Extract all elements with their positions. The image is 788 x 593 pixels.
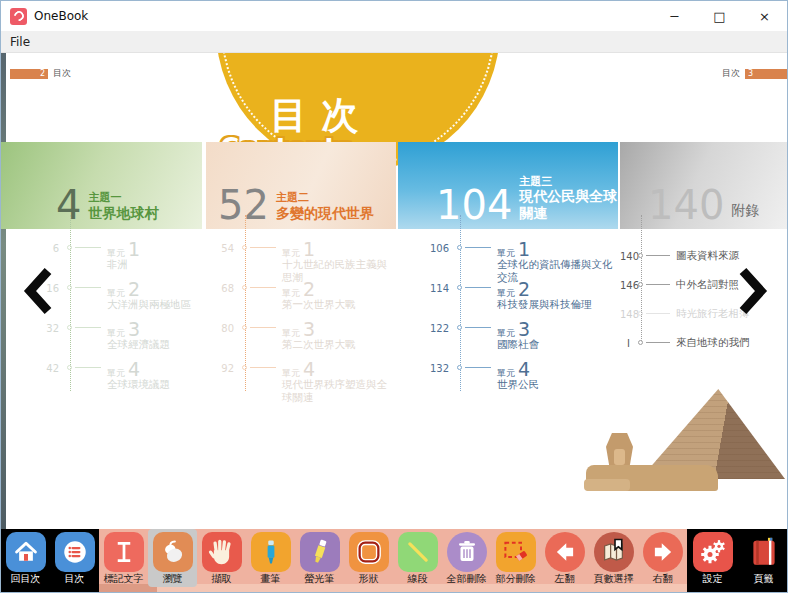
left-page-number-badge: 2 xyxy=(10,69,48,79)
chevron-left-icon xyxy=(23,300,53,319)
toolbar-zone-right: 設定頁籤 xyxy=(687,529,788,592)
item-node-circle xyxy=(242,365,247,370)
item-title: 來自地球的我們 xyxy=(676,336,788,349)
item-unit-label: 單元1 xyxy=(497,241,618,258)
toc-item[interactable]: 32單元3全球經濟議題 xyxy=(1,321,202,361)
toolbar-button-capture[interactable]: 擷取 xyxy=(197,529,246,584)
trash-icon xyxy=(447,532,487,572)
toolbar-button-page-tabs[interactable]: 頁籤 xyxy=(738,529,788,584)
window-controls: ─ □ × xyxy=(652,1,787,31)
item-title: 大洋洲與兩極地區 xyxy=(107,298,202,311)
item-page-number: 148 xyxy=(620,307,634,320)
item-node-circle xyxy=(67,365,72,370)
section-page-number: 104 xyxy=(436,189,512,222)
item-node-dash xyxy=(646,313,670,314)
toolbar-button-shape[interactable]: 形狀 xyxy=(344,529,393,584)
section-title: 附錄 xyxy=(731,202,759,219)
toolbar-label: 左翻 xyxy=(555,573,575,584)
section-title: 現代公民與全球關連 xyxy=(519,188,618,222)
item-node-circle xyxy=(638,253,643,258)
item-title: 非洲 xyxy=(107,258,202,271)
section-header: 4主題一世界地球村 xyxy=(1,142,202,229)
pyramid-sphinx-image xyxy=(584,386,788,491)
item-node-dash xyxy=(250,287,276,288)
toc-section-4: 140附錄140圖表資料來源146中外名詞對照148時光旅行老相簿I來自地球的我… xyxy=(620,142,788,357)
toc-item[interactable]: 106單元1全球化的資訊傳播與文化交流 xyxy=(398,241,618,281)
item-title: 現代世界秩序塑造與全球關連 xyxy=(282,378,396,404)
item-page-number: 122 xyxy=(398,321,453,334)
home-icon xyxy=(6,532,46,572)
toolbar-button-flip-right[interactable]: 右翻 xyxy=(638,529,687,584)
item-unit-label: 單元2 xyxy=(497,281,618,298)
item-unit-label: 單元3 xyxy=(107,321,202,338)
item-page-number: 6 xyxy=(1,241,63,254)
item-unit-label: 單元3 xyxy=(497,321,618,338)
toc-item[interactable]: 42單元4全球環境議題 xyxy=(1,361,202,401)
toolbar-button-delete-partial[interactable]: 部分刪除 xyxy=(491,529,540,584)
item-node-dash xyxy=(75,327,101,328)
item-node-dash xyxy=(75,367,101,368)
toc-item[interactable]: 92單元4現代世界秩序塑造與全球關連 xyxy=(206,361,396,401)
toolbar-label: 形狀 xyxy=(359,573,379,584)
section-header: 52主題二多變的現代世界 xyxy=(206,142,396,229)
item-page-number: 106 xyxy=(398,241,453,254)
toolbar-label: 標記文字 xyxy=(104,573,144,584)
minimize-button[interactable]: ─ xyxy=(652,1,697,31)
toc-item[interactable]: 68單元2第一次世界大戰 xyxy=(206,281,396,321)
item-title: 第一次世界大戰 xyxy=(282,298,396,311)
close-button[interactable]: × xyxy=(742,1,787,31)
toc-item[interactable]: 122單元3國際社會 xyxy=(398,321,618,361)
item-node-circle xyxy=(457,325,462,330)
item-node-dash xyxy=(75,287,101,288)
item-node-dash xyxy=(646,255,670,256)
item-node-circle xyxy=(457,285,462,290)
toolbar-button-settings[interactable]: 設定 xyxy=(687,529,738,584)
previous-page-button[interactable] xyxy=(23,267,53,315)
toolbar-label: 全部刪除 xyxy=(447,573,487,584)
toolbar-button-highlighter[interactable]: 螢光筆 xyxy=(295,529,344,584)
toolbar-button-browse[interactable]: 瀏覽 xyxy=(148,529,197,587)
item-unit-label: 單元2 xyxy=(107,281,202,298)
item-title: 全球環境議題 xyxy=(107,378,202,391)
item-page-number: 146 xyxy=(620,278,634,291)
toolbar-button-delete-all[interactable]: 全部刪除 xyxy=(442,529,491,584)
toolbar-button-back-to-toc[interactable]: 回目次 xyxy=(1,529,50,584)
map-icon xyxy=(594,532,634,572)
toc-item[interactable]: 54單元1十九世紀的民族主義與思潮 xyxy=(206,241,396,281)
toolbar-button-flip-left[interactable]: 左翻 xyxy=(540,529,589,584)
toolbar-button-pen[interactable]: 畫筆 xyxy=(246,529,295,584)
toc-item[interactable]: 80單元3第二次世界大戰 xyxy=(206,321,396,361)
toolbar-button-mark-text[interactable]: 標記文字 xyxy=(99,529,148,584)
toc-item[interactable]: I來自地球的我們 xyxy=(620,328,788,357)
toc-item[interactable]: 114單元2科技發展與科技倫理 xyxy=(398,281,618,321)
maximize-button[interactable]: □ xyxy=(697,1,742,31)
item-title: 科技發展與科技倫理 xyxy=(497,298,615,311)
toolbar-zone-left: 回目次目次 xyxy=(1,529,99,592)
item-unit-label: 單元3 xyxy=(282,321,396,338)
highlighter-icon xyxy=(300,532,340,572)
section-page-number: 52 xyxy=(218,189,269,222)
item-node-circle xyxy=(242,325,247,330)
next-page-button[interactable] xyxy=(738,267,768,315)
menu-file[interactable]: File xyxy=(1,35,39,49)
item-node-circle xyxy=(638,311,643,316)
toolbar-button-page-select[interactable]: 頁數選擇 xyxy=(589,529,638,584)
gear-icon xyxy=(693,532,733,572)
toc-item[interactable]: 140圖表資料來源 xyxy=(620,241,788,270)
toolbar-button-toc[interactable]: 目次 xyxy=(50,529,99,584)
shape-icon xyxy=(349,532,389,572)
section-header: 140附錄 xyxy=(620,142,788,229)
item-title: 中外名詞對照 xyxy=(676,278,788,291)
toolbar-label: 設定 xyxy=(703,573,723,584)
list-icon xyxy=(55,532,95,572)
item-node-circle xyxy=(67,245,72,250)
toolbar-button-line[interactable]: 線段 xyxy=(393,529,442,584)
toolbar-label: 頁數選擇 xyxy=(594,573,634,584)
onebook-logo-icon xyxy=(10,8,27,25)
toc-section-2: 52主題二多變的現代世界54單元1十九世紀的民族主義與思潮68單元2第一次世界大… xyxy=(206,142,396,401)
item-page-number: 68 xyxy=(206,281,238,294)
bottom-toolbar: 回目次目次 標記文字瀏覽擷取畫筆螢光筆形狀線段全部刪除部分刪除左翻頁數選擇右翻 … xyxy=(1,529,788,592)
item-title: 全球經濟議題 xyxy=(107,338,202,351)
arrow-left-icon xyxy=(545,532,585,572)
item-page-number: I xyxy=(620,336,634,349)
